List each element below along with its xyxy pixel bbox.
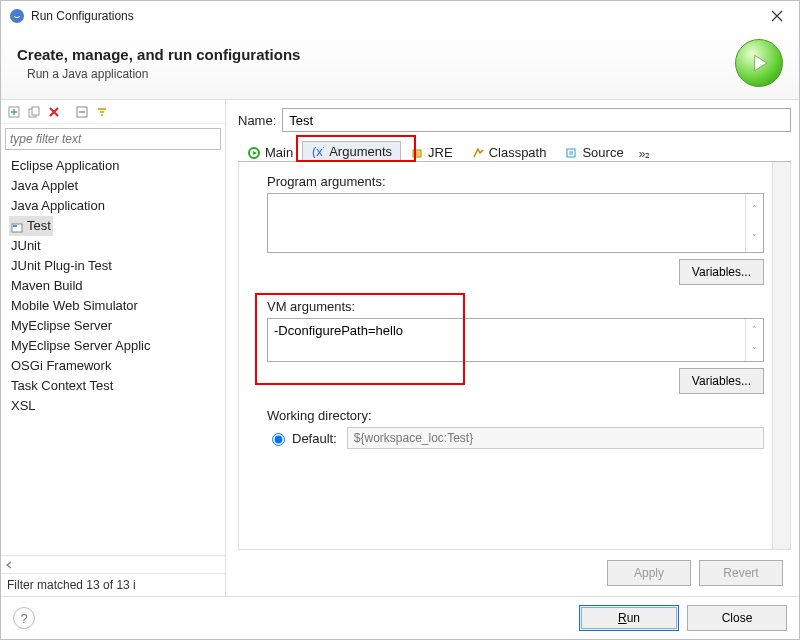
jre-tab-icon xyxy=(410,146,424,160)
tab-label: Arguments xyxy=(329,144,392,159)
tree-hscrollbar[interactable] xyxy=(1,555,225,573)
tree-item[interactable]: JUnit xyxy=(9,236,225,256)
program-args-spinner[interactable]: ˄˅ xyxy=(745,194,763,252)
name-input[interactable] xyxy=(282,108,791,132)
tab-label: Main xyxy=(265,145,293,160)
delete-config-icon[interactable] xyxy=(45,103,63,121)
tab-label: JRE xyxy=(428,145,453,160)
name-row: Name: xyxy=(238,108,791,132)
config-tree-panel: Eclipse ApplicationJava AppletJava Appli… xyxy=(1,100,226,596)
program-args-label: Program arguments: xyxy=(267,174,764,189)
tree-item[interactable]: Test xyxy=(9,216,53,236)
run-orb-icon xyxy=(735,39,783,87)
dialog-run-configurations: Run Configurations Create, manage, and r… xyxy=(0,0,800,640)
tree-filter-status: Filter matched 13 of 13 i xyxy=(1,573,225,596)
help-icon[interactable]: ? xyxy=(13,607,35,629)
tree-filter-input[interactable] xyxy=(5,128,221,150)
window-close-button[interactable] xyxy=(763,2,791,30)
tab-body: Program arguments: ˄˅ Variables... VM ar… xyxy=(238,162,791,550)
filter-menu-icon[interactable] xyxy=(93,103,111,121)
tree-item-label: Test xyxy=(27,218,51,233)
source-tab-icon xyxy=(564,146,578,160)
tree-item-label: JUnit xyxy=(11,238,41,253)
tree-item-label: JUnit Plug-in Test xyxy=(11,258,112,273)
tab-vscrollbar[interactable] xyxy=(772,162,790,549)
dialog-subheading: Run a Java application xyxy=(27,67,735,81)
run-button[interactable]: Run xyxy=(579,605,679,631)
tree-item-label: Java Applet xyxy=(11,178,78,193)
tree-item-label: Mobile Web Simulator xyxy=(11,298,138,313)
config-tree[interactable]: Eclipse ApplicationJava AppletJava Appli… xyxy=(1,154,225,555)
tab-jre[interactable]: JRE xyxy=(401,142,462,162)
apply-revert-row: Apply Revert xyxy=(238,550,791,596)
tree-toolbar xyxy=(1,100,225,124)
tree-item-label: MyEclipse Server xyxy=(11,318,112,333)
config-tabs: Main(x)=ArgumentsJREClasspathSource»₂ xyxy=(238,138,791,162)
tree-item[interactable]: MyEclipse Server xyxy=(9,316,225,336)
tree-item-label: MyEclipse Server Applic xyxy=(11,338,150,353)
tree-item-label: Eclipse Application xyxy=(11,158,119,173)
working-dir-default-label: Default: xyxy=(292,431,337,446)
dialog-footer: ? Run Close xyxy=(1,596,799,639)
working-dir-default-radio[interactable] xyxy=(272,433,285,446)
tree-item[interactable]: OSGi Framework xyxy=(9,356,225,376)
tab-label: Source xyxy=(582,145,623,160)
classpath-tab-icon xyxy=(471,146,485,160)
vm-args-spinner[interactable]: ˄˅ xyxy=(745,319,763,361)
tab-arguments[interactable]: (x)=Arguments xyxy=(302,141,401,162)
svg-point-0 xyxy=(10,9,24,23)
tree-filter xyxy=(5,128,221,150)
new-config-icon[interactable] xyxy=(5,103,23,121)
tree-item[interactable]: Maven Build xyxy=(9,276,225,296)
revert-button[interactable]: Revert xyxy=(699,560,783,586)
collapse-all-icon[interactable] xyxy=(73,103,91,121)
tree-item-label: XSL xyxy=(11,398,36,413)
tree-item[interactable]: Mobile Web Simulator xyxy=(9,296,225,316)
window-title: Run Configurations xyxy=(31,9,763,23)
tab-classpath[interactable]: Classpath xyxy=(462,142,556,162)
vm-args-input[interactable] xyxy=(268,319,745,361)
tree-item[interactable]: Java Applet xyxy=(9,176,225,196)
working-dir-label: Working directory: xyxy=(267,408,764,423)
vm-args-box: ˄˅ xyxy=(267,318,764,362)
duplicate-config-icon[interactable] xyxy=(25,103,43,121)
tree-item[interactable]: Task Context Test xyxy=(9,376,225,396)
tree-item[interactable]: Eclipse Application xyxy=(9,156,225,176)
main-tab-icon xyxy=(247,146,261,160)
tree-item[interactable]: JUnit Plug-in Test xyxy=(9,256,225,276)
svg-text:(x)=: (x)= xyxy=(312,146,324,158)
tab-source[interactable]: Source xyxy=(555,142,632,162)
working-dir-default-row: Default: xyxy=(267,427,764,449)
arguments-tab-icon: (x)= xyxy=(311,145,325,159)
program-args-input[interactable] xyxy=(268,194,745,252)
java-launch-icon xyxy=(11,221,25,233)
tabs-overflow[interactable]: »₂ xyxy=(633,147,657,161)
vm-args-label: VM arguments: xyxy=(267,299,764,314)
dialog-header: Create, manage, and run configurations R… xyxy=(1,31,799,100)
svg-rect-3 xyxy=(32,107,39,115)
svg-rect-6 xyxy=(13,225,17,227)
tab-label: Classpath xyxy=(489,145,547,160)
dialog-heading: Create, manage, and run configurations xyxy=(17,46,735,63)
tree-item-label: Java Application xyxy=(11,198,105,213)
dialog-body: Eclipse ApplicationJava AppletJava Appli… xyxy=(1,100,799,596)
config-editor-panel: Name: Main(x)=ArgumentsJREClasspathSourc… xyxy=(226,100,799,596)
vm-args-variables-button[interactable]: Variables... xyxy=(679,368,764,394)
tree-item-label: Task Context Test xyxy=(11,378,113,393)
app-icon xyxy=(9,8,25,24)
tab-main[interactable]: Main xyxy=(238,142,302,162)
tree-item-label: OSGi Framework xyxy=(11,358,111,373)
working-dir-default-value xyxy=(347,427,764,449)
apply-button[interactable]: Apply xyxy=(607,560,691,586)
tree-item[interactable]: Java Application xyxy=(9,196,225,216)
program-args-box: ˄˅ xyxy=(267,193,764,253)
name-label: Name: xyxy=(238,113,276,128)
tree-item[interactable]: XSL xyxy=(9,396,225,416)
tree-item-label: Maven Build xyxy=(11,278,83,293)
svg-rect-10 xyxy=(567,149,575,157)
svg-rect-9 xyxy=(413,150,421,157)
program-args-variables-button[interactable]: Variables... xyxy=(679,259,764,285)
close-button[interactable]: Close xyxy=(687,605,787,631)
tree-item[interactable]: MyEclipse Server Applic xyxy=(9,336,225,356)
titlebar: Run Configurations xyxy=(1,1,799,31)
